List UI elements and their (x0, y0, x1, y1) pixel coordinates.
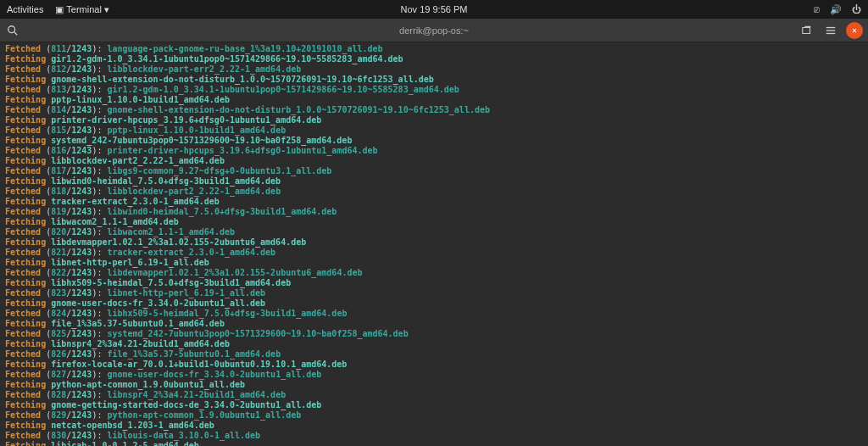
terminal-line: Fetched (821/1243): tracker-extract_2.3.… (5, 248, 863, 258)
terminal-line: Fetching netcat-openbsd_1.203-1_amd64.de… (5, 421, 863, 431)
close-icon: ✕ (852, 25, 857, 35)
terminal-line: Fetching systemd_242-7ubuntu3pop0~157132… (5, 136, 863, 146)
terminal-line: Fetching file_1%3a5.37-5ubuntu0.1_amd64.… (5, 319, 863, 329)
terminal-line: Fetched (830/1243): liblouis-data_3.10.0… (5, 431, 863, 441)
search-icon[interactable] (5, 23, 20, 38)
datetime-label[interactable]: Nov 19 9:56 PM (401, 4, 468, 14)
terminal-line: Fetching libdevmapper1.02.1_2%3a1.02.155… (5, 237, 863, 248)
terminal-line: Fetched (812/1243): libblockdev-part-err… (5, 64, 863, 75)
terminal-line: Fetching libwind0-heimdal_7.5.0+dfsg-3bu… (5, 176, 863, 187)
window-bar-left (5, 23, 20, 38)
screen-icon[interactable]: ⎚ (814, 4, 820, 14)
volume-icon[interactable]: 🔊 (830, 4, 842, 15)
gnome-top-bar: Activities ▣ Terminal ▾ Nov 19 9:56 PM ⎚… (0, 0, 868, 19)
terminal-line: Fetched (824/1243): libhx509-5-heimdal_7… (5, 309, 863, 319)
terminal-line: Fetched (815/1243): pptp-linux_1.10.0-1b… (5, 125, 863, 136)
svg-point-0 (8, 25, 15, 32)
terminal-line: Fetching gnome-shell-extension-do-not-di… (5, 75, 863, 85)
terminal-line: Fetching printer-driver-hpcups_3.19.6+df… (5, 115, 863, 125)
terminal-menu-label: Terminal ▾ (66, 4, 109, 14)
terminal-line: Fetched (823/1243): libnet-http-perl_6.1… (5, 288, 863, 298)
terminal-line: Fetched (827/1243): gnome-user-docs-fr_3… (5, 370, 863, 380)
terminal-line: Fetched (829/1243): python-apt-common_1.… (5, 410, 863, 421)
top-bar-left: Activities ▣ Terminal ▾ (7, 4, 109, 15)
terminal-line: Fetching libnspr4_2%3a4.21-2build1_amd64… (5, 339, 863, 349)
terminal-line: Fetched (825/1243): systemd_242-7ubuntu3… (5, 329, 863, 339)
terminal-line: Fetching gnome-getting-started-docs-de_3… (5, 400, 863, 410)
terminal-line: Fetched (820/1243): libwacom2_1.1-1_amd6… (5, 227, 863, 237)
terminal-line: Fetching libnet-http-perl_6.19-1_all.deb (5, 258, 863, 268)
terminal-line: Fetched (819/1243): libwind0-heimdal_7.5… (5, 207, 863, 217)
svg-rect-3 (804, 25, 810, 27)
terminal-line: Fetching libwacom2_1.1-1_amd64.deb (5, 217, 863, 227)
terminal-line: Fetching libhx509-5-heimdal_7.5.0+dfsg-3… (5, 278, 863, 288)
terminal-menu[interactable]: ▣ Terminal ▾ (55, 4, 108, 15)
terminal-line: Fetched (822/1243): libdevmapper1.02.1_2… (5, 268, 863, 278)
svg-rect-2 (803, 27, 810, 33)
new-tab-button[interactable] (798, 22, 815, 39)
power-icon[interactable]: ⏻ (852, 4, 861, 14)
close-button[interactable]: ✕ (846, 22, 863, 39)
terminal-line: Fetched (826/1243): file_1%3a5.37-5ubunt… (5, 349, 863, 360)
top-bar-right: ⎚ 🔊 ⏻ (814, 4, 861, 15)
terminal-line: Fetching python-apt-common_1.9.0ubuntu1_… (5, 380, 863, 390)
terminal-line: Fetching gnome-user-docs-fr_3.34.0-2ubun… (5, 298, 863, 309)
terminal-line: Fetched (816/1243): printer-driver-hpcup… (5, 146, 863, 156)
terminal-line: Fetching libblockdev-part2_2.22-1_amd64.… (5, 156, 863, 166)
activities-button[interactable]: Activities (7, 4, 43, 14)
terminal-line: Fetched (817/1243): libgs9-common_9.27~d… (5, 166, 863, 176)
terminal-line: Fetched (818/1243): libblockdev-part2_2.… (5, 187, 863, 197)
window-title: derrik@pop-os:~ (399, 25, 469, 36)
terminal-icon: ▣ (55, 4, 64, 14)
terminal-line: Fetched (813/1243): gir1.2-gdm-1.0_3.34.… (5, 85, 863, 95)
terminal-window-header: derrik@pop-os:~ ✕ (0, 19, 868, 42)
terminal-line: Fetched (811/1243): language-pack-gnome-… (5, 44, 863, 54)
terminal-line: Fetching tracker-extract_2.3.0-1_amd64.d… (5, 197, 863, 207)
terminal-line: Fetching pptp-linux_1.10.0-1build1_amd64… (5, 95, 863, 105)
terminal-line: Fetched (828/1243): libnspr4_2%3a4.21-2b… (5, 390, 863, 400)
svg-line-1 (14, 31, 18, 35)
menu-button[interactable] (822, 22, 839, 39)
terminal-line: Fetching gir1.2-gdm-1.0_3.34.1-1ubuntu1p… (5, 54, 863, 64)
terminal-line: Fetched (814/1243): gnome-shell-extensio… (5, 105, 863, 115)
terminal-output[interactable]: Fetched (811/1243): language-pack-gnome-… (0, 42, 868, 446)
terminal-line: Fetching firefox-locale-ar_70.0.1+build1… (5, 360, 863, 370)
window-bar-right: ✕ (798, 22, 863, 39)
terminal-line: Fetching libjcab-1.0-0_1.2-5_amd64.deb (5, 441, 863, 446)
